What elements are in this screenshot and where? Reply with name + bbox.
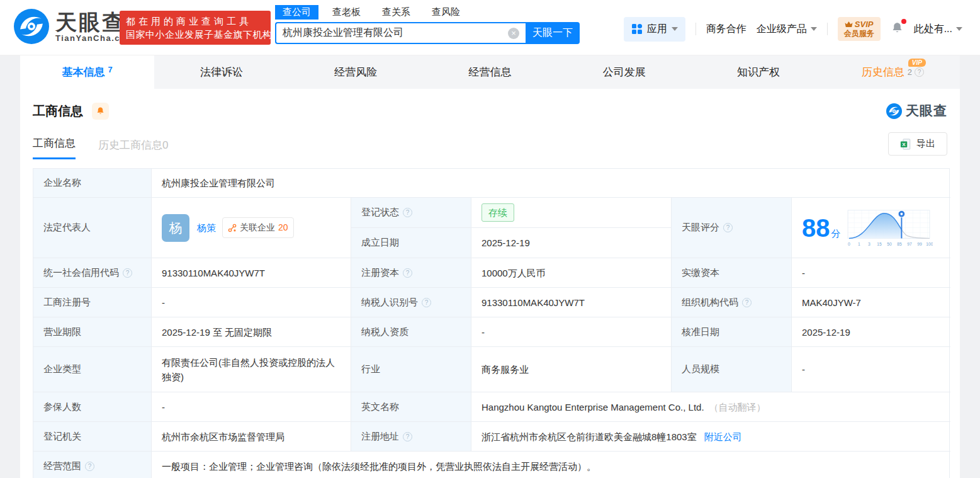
label-text: 实缴资本 <box>682 267 719 279</box>
tab-label: 基本信息 <box>62 65 105 79</box>
company-name-value: 杭州康投企业管理有限公司 <box>152 169 950 198</box>
help-icon[interactable] <box>123 268 132 278</box>
help-icon[interactable] <box>422 298 431 307</box>
tianyancha-logo[interactable]: 天眼查 TianYanCha.com <box>14 9 135 44</box>
help-icon[interactable] <box>403 432 412 441</box>
vip-badge: VIP <box>908 59 926 67</box>
taxpayer-quality-value: - <box>471 317 672 347</box>
paid-capital-label: 实缴资本 <box>672 258 792 288</box>
insured-count-label: 参保人数 <box>33 392 152 422</box>
tab-legal-litigation[interactable]: 法律诉讼 <box>154 55 288 89</box>
tab-label: 公司发展 <box>603 65 646 79</box>
svip-member-button[interactable]: SVIP 会员服务 <box>838 17 881 41</box>
label-text: 营业期限 <box>43 326 81 338</box>
tab-history-info[interactable]: VIP 历史信息 2 <box>826 55 960 89</box>
slogan-line1: 都在用的商业查询工具 <box>126 14 264 28</box>
clear-search-icon[interactable] <box>508 28 519 39</box>
reg-authority-label: 登记机关 <box>33 422 152 452</box>
nearby-companies-link[interactable]: 附近公司 <box>704 430 742 444</box>
apps-menu-button[interactable]: 应用 <box>624 17 685 42</box>
english-name-label: 英文名称 <box>351 392 471 422</box>
help-icon[interactable] <box>723 223 733 232</box>
auto-translate-note: （自动翻译） <box>709 400 766 414</box>
approval-date-label: 核准日期 <box>672 317 792 347</box>
tab-basic-info[interactable]: 基本信息 7 <box>20 55 154 89</box>
tab-label: 知识产权 <box>737 65 780 79</box>
divider <box>827 23 828 35</box>
company-type-label: 企业类型 <box>33 347 152 392</box>
tab-label: 经营风险 <box>334 65 377 79</box>
cooperation-label: 商务合作 <box>706 23 746 36</box>
search-tab-boss[interactable]: 查老板 <box>325 5 368 20</box>
search-tab-relation[interactable]: 查关系 <box>375 5 418 20</box>
nav-cooperation[interactable]: 商务合作 <box>706 23 746 36</box>
business-scope-value: 一般项目：企业管理；企业管理咨询（除依法须经批准的项目外，凭营业执照依法自主开展… <box>152 452 950 478</box>
user-menu[interactable]: 此处有... <box>914 23 962 36</box>
legal-rep-avatar[interactable]: 杨 <box>162 214 189 242</box>
label-text: 英文名称 <box>361 401 399 413</box>
legal-rep-label: 法定代表人 <box>33 198 152 258</box>
tab-label: 经营信息 <box>468 65 511 79</box>
tab-intellectual-property[interactable]: 知识产权 <box>691 55 825 89</box>
help-icon[interactable] <box>742 298 752 307</box>
tab-label: 历史信息 <box>862 65 904 79</box>
label-text: 法定代表人 <box>43 222 91 234</box>
paid-capital-value: - <box>792 258 950 288</box>
search-tab-company[interactable]: 查公司 <box>275 5 318 20</box>
approval-date-value: 2025-12-19 <box>792 317 950 347</box>
help-icon[interactable] <box>915 67 924 77</box>
legal-rep-value: 杨 杨策 关联企业 20 <box>152 198 351 258</box>
help-icon[interactable] <box>403 208 412 217</box>
score-number: 88 <box>802 215 830 241</box>
svg-text:1: 1 <box>858 242 860 246</box>
org-code-label: 组织机构代码 <box>672 288 792 317</box>
status-date-subgrid: 登记状态 存续 成立日期 2025-12-19 <box>351 198 672 258</box>
search-tab-risk[interactable]: 查风险 <box>424 5 468 20</box>
reg-status-value: 存续 <box>471 198 672 228</box>
business-info-table: 企业名称 杭州康投企业管理有限公司 法定代表人 杨 杨策 <box>33 168 950 478</box>
score-unit: 分 <box>831 226 841 241</box>
credit-code-label: 统一社会信用代码 <box>33 258 152 288</box>
tab-count: 7 <box>108 65 113 74</box>
export-button[interactable]: X 导出 <box>888 132 947 156</box>
reg-status-label: 登记状态 <box>351 198 471 228</box>
svip-label-line2: 会员服务 <box>844 29 874 38</box>
nav-enterprise-products[interactable]: 企业级产品 <box>757 23 817 36</box>
search-input[interactable] <box>275 22 526 44</box>
tab-company-development[interactable]: 公司发展 <box>557 55 691 89</box>
notifications-button[interactable] <box>891 21 904 37</box>
help-icon[interactable] <box>403 268 412 278</box>
bell-icon <box>96 106 105 116</box>
legal-rep-name-link[interactable]: 杨策 <box>197 220 216 235</box>
label-text: 参保人数 <box>43 401 81 413</box>
label-text: 纳税人识别号 <box>361 297 418 309</box>
business-scope-label: 经营范围 <box>33 452 152 478</box>
subtab-business-info[interactable]: 工商信息 <box>33 136 76 159</box>
taxpayer-id-value: 91330110MAK40JYW7T <box>471 288 672 317</box>
slogan-badge: 都在用的商业查询工具 国家中小企业发展子基金旗下机构 <box>120 11 271 45</box>
subscribe-bell-button[interactable] <box>92 103 109 120</box>
search-tabs: 查公司 查老板 查关系 查风险 <box>275 4 580 20</box>
business-term-value: 2025-12-19 至 无固定期限 <box>152 317 351 347</box>
tab-label: 法律诉讼 <box>200 65 243 79</box>
excel-icon: X <box>900 139 911 150</box>
label-text: 人员规模 <box>682 363 719 375</box>
tab-operation-info[interactable]: 经营信息 <box>423 55 557 89</box>
svg-text:99: 99 <box>917 242 922 246</box>
label-text: 经营范围 <box>43 460 81 472</box>
related-companies-badge[interactable]: 关联企业 20 <box>222 217 294 238</box>
section-title: 工商信息 <box>33 103 83 120</box>
label-text: 成立日期 <box>361 237 399 249</box>
svg-text:3: 3 <box>868 242 870 246</box>
tab-operation-risk[interactable]: 经营风险 <box>289 55 423 89</box>
search-button[interactable]: 天眼一下 <box>526 22 580 44</box>
svg-text:100: 100 <box>926 242 933 246</box>
label-text: 企业名称 <box>43 177 81 189</box>
subtab-history-business-info[interactable]: 历史工商信息0 <box>98 138 168 159</box>
help-icon[interactable] <box>85 462 94 471</box>
label-text: 登记机关 <box>43 431 81 443</box>
reg-capital-value: 10000万人民币 <box>471 258 672 288</box>
svg-text:0: 0 <box>848 242 850 246</box>
label-text: 行业 <box>361 363 380 375</box>
watermark-logo: 天眼查 <box>886 102 947 120</box>
